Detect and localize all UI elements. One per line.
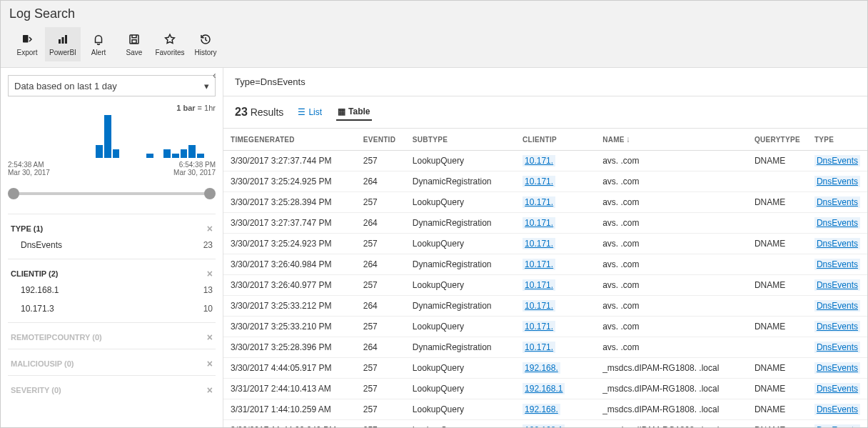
chart-bar[interactable] <box>172 154 179 158</box>
cell-clientip[interactable]: 10.171. <box>515 192 595 213</box>
type-link[interactable]: DnsEvents <box>814 300 860 312</box>
export-button[interactable]: Export <box>9 27 45 61</box>
clientip-link[interactable]: 192.168.1 <box>523 383 565 394</box>
type-link[interactable]: DnsEvents <box>814 362 860 374</box>
cell-clientip[interactable]: 192.168. <box>515 399 595 420</box>
table-row[interactable]: 3/31/2017 1:44:10.259 AM257LookupQuery19… <box>223 399 867 420</box>
clientip-link[interactable]: 10.171. <box>523 155 555 166</box>
type-link[interactable]: DnsEvents <box>814 321 860 332</box>
facet-header-severity[interactable]: SEVERITY (0) × <box>8 383 216 397</box>
type-link[interactable]: DnsEvents <box>814 424 860 427</box>
column-header-type[interactable]: TYPE <box>807 129 867 151</box>
results-table-wrap[interactable]: TIMEGENERATEDEVENTIDSUBTYPECLIENTIPNAME↓… <box>223 129 867 427</box>
cell-clientip[interactable]: 10.171. <box>515 317 595 337</box>
cell-clientip[interactable]: 10.171. <box>515 234 595 254</box>
cell-clientip[interactable]: 10.171. <box>515 213 595 234</box>
table-row[interactable]: 3/30/2017 3:26:40.977 PM257LookupQuery10… <box>223 275 867 296</box>
facet-header-clientip[interactable]: CLIENTIP (2) × <box>8 267 216 281</box>
column-header-eventid[interactable]: EVENTID <box>356 129 405 151</box>
clientip-link[interactable]: 192.168. <box>523 404 560 415</box>
slider-thumb-start[interactable] <box>8 188 19 199</box>
table-row[interactable]: 3/30/2017 3:27:37.744 PM257LookupQuery10… <box>223 151 867 171</box>
cell-type[interactable]: DnsEvents <box>807 420 867 428</box>
table-row[interactable]: 3/30/2017 3:25:28.394 PM257LookupQuery10… <box>223 192 867 213</box>
facet-row[interactable]: 10.171.3 10 <box>8 299 216 318</box>
time-range-select[interactable]: Data based on last 1 day ▾ <box>8 75 216 96</box>
table-row[interactable]: 3/31/2017 2:44:10.413 AM257LookupQuery19… <box>223 379 867 399</box>
clientip-link[interactable]: 10.171. <box>523 196 555 208</box>
chart-bar[interactable] <box>188 145 196 158</box>
type-link[interactable]: DnsEvents <box>814 383 860 394</box>
alert-button[interactable]: Alert <box>81 27 116 61</box>
chart-bar[interactable] <box>163 149 171 158</box>
clientip-link[interactable]: 192.168. <box>523 362 560 374</box>
column-header-subtype[interactable]: SUBTYPE <box>405 129 515 151</box>
type-link[interactable]: DnsEvents <box>814 404 860 415</box>
type-link[interactable]: DnsEvents <box>814 196 860 208</box>
type-link[interactable]: DnsEvents <box>814 342 860 353</box>
cell-type[interactable]: DnsEvents <box>807 379 867 399</box>
slider-thumb-end[interactable] <box>204 188 216 199</box>
type-link[interactable]: DnsEvents <box>814 176 860 187</box>
chart-bar[interactable] <box>113 149 120 158</box>
powerbi-button[interactable]: PowerBI <box>45 27 81 61</box>
facet-collapse-icon[interactable]: × <box>207 358 213 369</box>
chart-bar[interactable] <box>96 145 103 158</box>
table-row[interactable]: 3/30/2017 3:26:40.984 PM264DynamicRegist… <box>223 254 867 275</box>
type-link[interactable]: DnsEvents <box>814 217 860 229</box>
chart-bar[interactable] <box>146 154 153 158</box>
table-row[interactable]: 3/30/2017 3:25:33.210 PM257LookupQuery10… <box>223 317 867 337</box>
chart-bar[interactable] <box>104 115 111 158</box>
facet-collapse-icon[interactable]: × <box>207 384 213 396</box>
clientip-link[interactable]: 10.171. <box>523 342 555 353</box>
type-link[interactable]: DnsEvents <box>814 155 860 166</box>
facet-collapse-icon[interactable]: × <box>207 332 213 343</box>
column-header-querytype[interactable]: QUERYTYPE <box>747 129 807 151</box>
cell-type[interactable]: DnsEvents <box>807 192 867 213</box>
column-header-timegenerated[interactable]: TIMEGENERATED <box>223 129 356 151</box>
type-link[interactable]: DnsEvents <box>814 238 860 249</box>
cell-type[interactable]: DnsEvents <box>807 399 867 420</box>
cell-clientip[interactable]: 10.171. <box>515 296 595 317</box>
histogram-chart[interactable] <box>8 115 216 158</box>
favorites-button[interactable]: Favorites <box>152 27 188 61</box>
cell-type[interactable]: DnsEvents <box>807 171 867 192</box>
clientip-link[interactable]: 10.171. <box>523 279 555 291</box>
clientip-link[interactable]: 10.171. <box>523 176 555 187</box>
cell-clientip[interactable]: 192.168.1 <box>515 379 595 399</box>
table-row[interactable]: 3/30/2017 3:25:28.396 PM264DynamicRegist… <box>223 337 867 358</box>
facet-header-maliciousip[interactable]: MALICIOUSIP (0) × <box>8 357 216 371</box>
table-row[interactable]: 3/30/2017 3:25:24.925 PM264DynamicRegist… <box>223 171 867 192</box>
table-row[interactable]: 3/30/2017 11:44:09.940 PM257LookupQuery1… <box>223 420 867 428</box>
view-list-toggle[interactable]: ☰ List <box>296 104 323 120</box>
table-row[interactable]: 3/30/2017 4:44:05.917 PM257LookupQuery19… <box>223 358 867 379</box>
facet-row[interactable]: 192.168.1 13 <box>8 281 216 299</box>
facet-header-type[interactable]: TYPE (1) × <box>8 222 216 236</box>
type-link[interactable]: DnsEvents <box>814 279 860 291</box>
cell-type[interactable]: DnsEvents <box>807 213 867 234</box>
chart-bar[interactable] <box>181 149 188 158</box>
clientip-link[interactable]: 10.171. <box>523 259 555 270</box>
save-button[interactable]: Save <box>116 27 152 61</box>
cell-type[interactable]: DnsEvents <box>807 254 867 275</box>
clientip-link[interactable]: 192.168.1 <box>523 424 565 427</box>
cell-type[interactable]: DnsEvents <box>807 337 867 358</box>
cell-type[interactable]: DnsEvents <box>807 151 867 171</box>
facet-row[interactable]: DnsEvents 23 <box>8 236 216 254</box>
cell-type[interactable]: DnsEvents <box>807 317 867 337</box>
column-header-name[interactable]: NAME↓ <box>595 129 747 151</box>
clientip-link[interactable]: 10.171. <box>523 300 555 312</box>
chart-bar[interactable] <box>197 154 204 158</box>
query-bar[interactable]: Type=DnsEvents <box>223 68 867 96</box>
cell-clientip[interactable]: 10.171. <box>515 151 595 171</box>
time-range-slider[interactable] <box>12 186 211 201</box>
cell-clientip[interactable]: 10.171. <box>515 275 595 296</box>
table-row[interactable]: 3/30/2017 3:25:33.212 PM264DynamicRegist… <box>223 296 867 317</box>
facet-collapse-icon[interactable]: × <box>207 223 213 234</box>
table-row[interactable]: 3/30/2017 3:25:24.923 PM257LookupQuery10… <box>223 234 867 254</box>
type-link[interactable]: DnsEvents <box>814 259 860 270</box>
cell-clientip[interactable]: 10.171. <box>515 171 595 192</box>
history-button[interactable]: History <box>188 27 223 61</box>
clientip-link[interactable]: 10.171. <box>523 321 555 332</box>
cell-type[interactable]: DnsEvents <box>807 275 867 296</box>
